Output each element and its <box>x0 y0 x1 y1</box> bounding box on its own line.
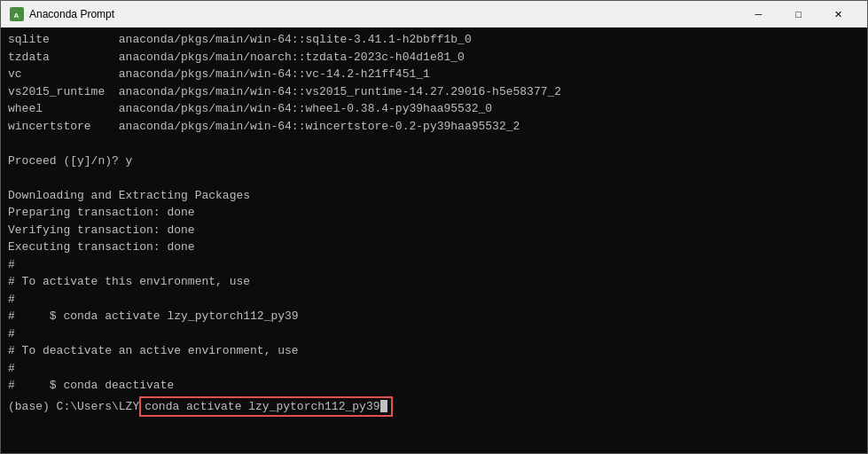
maximize-button[interactable]: □ <box>778 1 818 27</box>
command-input-box[interactable]: conda activate lzy_pytorch112_py39 <box>139 396 393 417</box>
terminal-output: sqlite anaconda/pkgs/main/win-64::sqlite… <box>8 31 860 395</box>
anaconda-prompt-window: A Anaconda Prompt ─ □ ✕ sqlite anaconda/… <box>0 0 868 454</box>
command-prompt: (base) C:\Users\LZY <box>8 400 139 413</box>
window-controls: ─ □ ✕ <box>739 1 858 27</box>
svg-text:A: A <box>14 12 20 20</box>
titlebar: A Anaconda Prompt ─ □ ✕ <box>1 1 867 27</box>
app-icon: A <box>10 7 24 21</box>
command-text: conda activate lzy_pytorch112_py39 <box>145 400 379 413</box>
close-button[interactable]: ✕ <box>818 1 858 27</box>
command-line[interactable]: (base) C:\Users\LZY conda activate lzy_p… <box>8 396 860 417</box>
window-title: Anaconda Prompt <box>29 8 739 20</box>
minimize-button[interactable]: ─ <box>739 1 778 27</box>
cursor <box>380 400 387 412</box>
terminal-body[interactable]: sqlite anaconda/pkgs/main/win-64::sqlite… <box>1 27 867 453</box>
